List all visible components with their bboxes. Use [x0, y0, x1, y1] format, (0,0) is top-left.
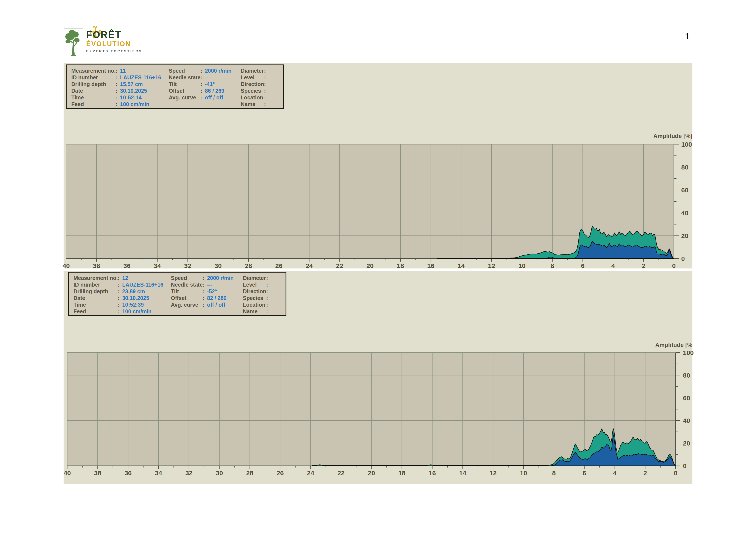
info-label: Diameter [243, 275, 266, 281]
info-label: ID number [71, 74, 116, 81]
info-label: Species [241, 88, 264, 94]
info-label: Offset [171, 295, 202, 301]
info-colon: : [201, 94, 202, 101]
svg-text:60: 60 [683, 394, 690, 402]
info-label: Date [71, 88, 116, 94]
info-colon: : [266, 275, 268, 281]
info-label: Level [243, 281, 266, 288]
amplitude-axis-title-2: Amplitude [% [617, 342, 692, 349]
svg-text:10: 10 [520, 469, 527, 477]
info-value: 86 / 269 [205, 88, 241, 94]
info-group-col2: Speed:2000 r/minNeedle state:---Tilt:-41… [169, 68, 241, 108]
svg-text:6: 6 [581, 262, 585, 269]
svg-text:30: 30 [216, 469, 223, 477]
info-label: Direction [243, 288, 266, 295]
svg-text:38: 38 [93, 262, 100, 269]
info-label: Direction [241, 81, 264, 88]
info-label: Level [241, 74, 264, 81]
info-label: Avg. curve [171, 301, 202, 308]
info-colon: : [116, 88, 118, 94]
svg-text:60: 60 [681, 186, 688, 194]
svg-text:26: 26 [275, 262, 282, 269]
info-label: Time [71, 94, 116, 101]
info-colon: : [264, 94, 266, 101]
info-colon: : [264, 88, 266, 94]
info-label: Measurement no. [73, 275, 118, 281]
info-value [269, 94, 284, 101]
svg-text:2: 2 [643, 469, 647, 477]
info-label: Feed [73, 308, 118, 315]
info-label: Date [73, 295, 118, 301]
info-colon: : [266, 295, 268, 301]
info-colon: : [201, 88, 202, 94]
info-colon: : [118, 275, 120, 281]
measurement-2-chart: 4038363432302826242220181614121086420020… [67, 352, 696, 479]
svg-text:38: 38 [94, 469, 101, 477]
info-colon: : [118, 295, 120, 301]
report-page: FORÊT ÉVOLUTION EXPERTS FORESTIERS 1 Mea… [0, 0, 756, 535]
svg-text:100: 100 [683, 349, 694, 356]
svg-text:4: 4 [613, 469, 617, 477]
svg-text:40: 40 [681, 210, 688, 216]
info-label: Species [243, 295, 266, 301]
info-value: 82 / 286 [207, 295, 243, 301]
svg-text:0: 0 [674, 469, 678, 477]
info-value: 100 cm/min [122, 308, 171, 315]
svg-text:32: 32 [185, 469, 192, 477]
svg-text:24: 24 [306, 262, 313, 269]
info-colon: : [264, 81, 266, 88]
info-colon: : [266, 281, 268, 288]
info-label: Speed [169, 68, 201, 74]
svg-text:20: 20 [683, 440, 690, 447]
svg-text:36: 36 [123, 262, 130, 269]
info-group-col2: Speed:2000 r/minNeedle state:---Tilt:-52… [171, 275, 243, 315]
info-colon: : [118, 301, 120, 308]
info-colon: : [201, 68, 202, 74]
info-label: ID number [73, 281, 118, 288]
info-label: Tilt [169, 81, 201, 88]
info-label: Name [243, 308, 266, 315]
info-value [271, 288, 285, 295]
svg-text:28: 28 [245, 262, 252, 269]
info-value: 30.10.2025 [120, 88, 169, 94]
info-colon: : [202, 275, 204, 281]
logo-line2: ÉVOLUTION [86, 40, 142, 48]
svg-text:0: 0 [672, 262, 676, 269]
info-value: -41° [205, 81, 241, 88]
info-colon: : [116, 68, 118, 74]
svg-text:14: 14 [459, 469, 466, 477]
info-colon: : [116, 81, 118, 88]
info-label: Diameter [241, 68, 264, 74]
info-colon: : [264, 74, 266, 81]
info-value: 15,57 cm [120, 81, 169, 88]
svg-text:14: 14 [458, 262, 465, 269]
info-value: 10:52:39 [122, 301, 171, 308]
svg-text:20: 20 [681, 232, 688, 239]
svg-text:12: 12 [489, 469, 497, 477]
info-group-col3: Diameter:Level:Direction:Species:Locatio… [243, 275, 285, 315]
measurement-1-infobox: Measurement no.:11ID number:LAUZES-116+1… [66, 65, 284, 109]
info-colon: : [118, 281, 120, 288]
info-colon: : [266, 308, 268, 315]
info-group-col1: Measurement no.:12ID number:LAUZES-116+1… [73, 275, 171, 315]
svg-text:80: 80 [681, 164, 688, 171]
svg-text:34: 34 [155, 469, 162, 477]
svg-text:30: 30 [214, 262, 222, 269]
info-value: LAUZES-116+16 [122, 281, 171, 288]
info-value [271, 281, 285, 288]
svg-text:32: 32 [184, 262, 191, 269]
svg-text:8: 8 [551, 262, 554, 269]
info-colon: : [116, 101, 118, 108]
info-value: 10:52:14 [120, 94, 169, 101]
info-colon: : [116, 94, 118, 101]
info-value [271, 301, 285, 308]
info-value: --- [205, 74, 241, 81]
measurement-2-infobox: Measurement no.:12ID number:LAUZES-116+1… [68, 272, 286, 316]
svg-text:6: 6 [582, 469, 586, 477]
logo-frame [64, 28, 83, 57]
svg-text:22: 22 [336, 262, 343, 269]
info-colon: : [202, 301, 204, 308]
info-label: Needle state [171, 281, 202, 288]
svg-text:12: 12 [488, 262, 495, 269]
info-label: Tilt [171, 288, 202, 295]
